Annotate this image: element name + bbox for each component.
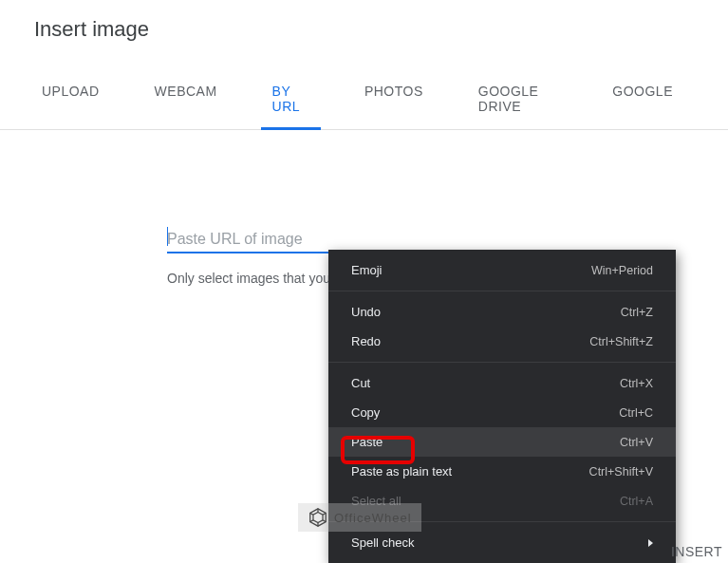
- ctx-label: Paste: [351, 435, 383, 449]
- ctx-shortcut: Ctrl+C: [619, 406, 653, 420]
- ctx-separator: [328, 362, 676, 363]
- officewheel-logo-icon: [308, 507, 328, 528]
- ctx-separator: [328, 291, 676, 291]
- tab-by-url[interactable]: BY URL: [272, 84, 309, 129]
- ctx-label: Emoji: [351, 263, 383, 277]
- ctx-cut[interactable]: Cut Ctrl+X: [328, 368, 676, 398]
- ctx-shortcut: Ctrl+A: [620, 495, 653, 508]
- insert-button[interactable]: INSERT: [671, 544, 722, 559]
- svg-marker-1: [313, 513, 323, 523]
- ctx-label: Spell check: [351, 535, 414, 550]
- tab-webcam[interactable]: WEBCAM: [155, 84, 217, 129]
- tab-upload[interactable]: UPLOAD: [42, 84, 100, 129]
- ctx-shortcut: Win+Period: [591, 264, 653, 277]
- dialog-title: Insert image: [0, 0, 728, 42]
- ctx-label: Paste as plain text: [351, 464, 452, 479]
- ctx-emoji[interactable]: Emoji Win+Period: [328, 255, 676, 285]
- tab-google-drive[interactable]: GOOGLE DRIVE: [478, 84, 558, 129]
- ctx-shortcut: Ctrl+Shift+V: [589, 465, 653, 479]
- tabs-bar: UPLOAD WEBCAM BY URL PHOTOS GOOGLE DRIVE…: [0, 84, 728, 130]
- ctx-label: Cut: [351, 376, 370, 390]
- tab-google[interactable]: GOOGLE: [612, 84, 673, 129]
- ctx-shortcut: Ctrl+X: [620, 377, 653, 390]
- watermark-text: OfficeWheel: [334, 511, 412, 525]
- ctx-paste[interactable]: Paste Ctrl+V: [328, 427, 676, 457]
- ctx-label: Undo: [351, 305, 381, 319]
- text-caret: [167, 227, 168, 246]
- ctx-shortcut: Ctrl+Shift+Z: [589, 335, 653, 348]
- chevron-right-icon: [648, 539, 653, 547]
- ctx-paste-plain[interactable]: Paste as plain text Ctrl+Shift+V: [328, 457, 676, 486]
- ctx-shortcut: Ctrl+Z: [621, 306, 653, 319]
- ctx-label: Copy: [351, 405, 380, 420]
- ctx-label: Redo: [351, 334, 381, 348]
- ctx-shortcut: Ctrl+V: [620, 436, 653, 449]
- tab-photos[interactable]: PHOTOS: [364, 84, 423, 129]
- ctx-redo[interactable]: Redo Ctrl+Shift+Z: [328, 327, 676, 356]
- watermark: OfficeWheel: [298, 503, 421, 532]
- ctx-copy[interactable]: Copy Ctrl+C: [328, 398, 676, 427]
- ctx-undo[interactable]: Undo Ctrl+Z: [328, 297, 676, 327]
- ctx-spell-check[interactable]: Spell check: [328, 528, 676, 557]
